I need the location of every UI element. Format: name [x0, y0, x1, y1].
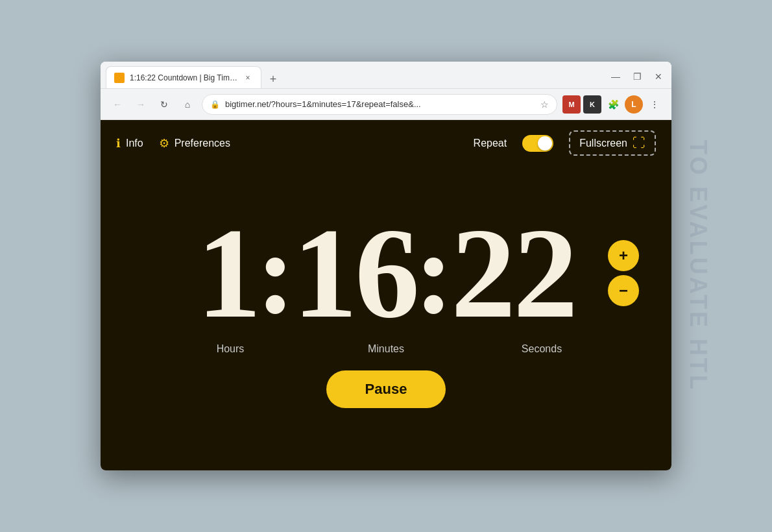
- minutes-display: 16: [293, 208, 417, 338]
- maximize-button[interactable]: ❐: [629, 70, 645, 83]
- window-controls: — ❐ ✕: [607, 70, 666, 88]
- repeat-toggle[interactable]: [522, 135, 553, 152]
- repeat-label: Repeat: [474, 138, 507, 149]
- timer-adjust-buttons: + −: [608, 240, 639, 306]
- close-button[interactable]: ✕: [651, 70, 666, 83]
- tab-favicon: [114, 73, 125, 83]
- browser-toolbar: ← → ↻ ⌂ 🔒 bigtimer.net/?hours=1&minutes=…: [101, 89, 671, 120]
- decrement-button[interactable]: −: [608, 275, 639, 306]
- increment-button[interactable]: +: [608, 240, 639, 271]
- bookmark-icon[interactable]: ☆: [540, 99, 549, 110]
- tab-title: 1:16:22 Countdown | Big Timer -: [130, 73, 237, 82]
- browser-titlebar: 1:16:22 Countdown | Big Timer - × + — ❐ …: [101, 62, 671, 89]
- timer-digits-row: 1 : 16 : 22 + −: [114, 208, 658, 338]
- timer-display: 1 : 16 : 22 + − Hours Minutes Seconds Pa…: [101, 166, 671, 470]
- tab-close-button[interactable]: ×: [243, 73, 253, 83]
- puzzle-icon: 🧩: [608, 99, 619, 110]
- toolbar-actions: M K 🧩 L ⋮: [562, 95, 664, 114]
- extensions-button[interactable]: 🧩: [604, 95, 622, 114]
- preferences-label: Preferences: [175, 138, 230, 149]
- seconds-label: Seconds: [464, 343, 620, 355]
- browser-window: 1:16:22 Countdown | Big Timer - × + — ❐ …: [101, 62, 671, 470]
- hours-display: 1: [197, 208, 259, 338]
- info-icon: ℹ: [116, 136, 121, 151]
- toggle-knob: [538, 136, 552, 151]
- forward-icon: →: [136, 99, 145, 110]
- preferences-button[interactable]: ⚙ Preferences: [159, 136, 230, 151]
- k-extension-button[interactable]: K: [583, 95, 601, 114]
- minimize-button[interactable]: —: [607, 70, 624, 83]
- timer-labels: Hours Minutes Seconds: [139, 343, 633, 355]
- readwise-extension-button[interactable]: M: [562, 95, 581, 114]
- colon-1: :: [256, 215, 295, 332]
- colon-2: :: [415, 215, 453, 332]
- home-icon: ⌂: [185, 99, 190, 110]
- seconds-display: 22: [451, 208, 575, 338]
- fullscreen-icon: ⛶: [633, 136, 645, 151]
- active-tab[interactable]: 1:16:22 Countdown | Big Timer - ×: [106, 66, 261, 88]
- url-text: bigtimer.net/?hours=1&minutes=17&repeat=…: [225, 99, 535, 109]
- profile-button[interactable]: L: [625, 95, 643, 114]
- back-button[interactable]: ←: [108, 95, 127, 114]
- hours-label: Hours: [152, 343, 308, 355]
- info-button[interactable]: ℹ Info: [116, 136, 143, 151]
- new-tab-button[interactable]: +: [264, 70, 282, 88]
- timer-topbar: ℹ Info ⚙ Preferences Repeat Fullscreen ⛶: [101, 120, 671, 166]
- tab-bar: 1:16:22 Countdown | Big Timer - × +: [106, 62, 282, 88]
- fullscreen-label: Fullscreen: [579, 138, 627, 149]
- info-label: Info: [126, 138, 143, 149]
- pause-button[interactable]: Pause: [326, 370, 446, 408]
- lock-icon: 🔒: [210, 100, 220, 109]
- refresh-button[interactable]: ↻: [155, 95, 173, 114]
- forward-button[interactable]: →: [132, 95, 150, 114]
- refresh-icon: ↻: [160, 99, 168, 110]
- gear-icon: ⚙: [159, 136, 169, 151]
- menu-button[interactable]: ⋮: [645, 95, 664, 114]
- home-button[interactable]: ⌂: [178, 95, 197, 114]
- fullscreen-button[interactable]: Fullscreen ⛶: [569, 130, 656, 156]
- address-bar[interactable]: 🔒 bigtimer.net/?hours=1&minutes=17&repea…: [202, 94, 557, 115]
- right-watermark-text: TO EVALUATE HTL: [684, 140, 712, 392]
- timer-app: ℹ Info ⚙ Preferences Repeat Fullscreen ⛶…: [101, 120, 671, 470]
- minutes-label: Minutes: [308, 343, 464, 355]
- back-icon: ←: [113, 99, 122, 110]
